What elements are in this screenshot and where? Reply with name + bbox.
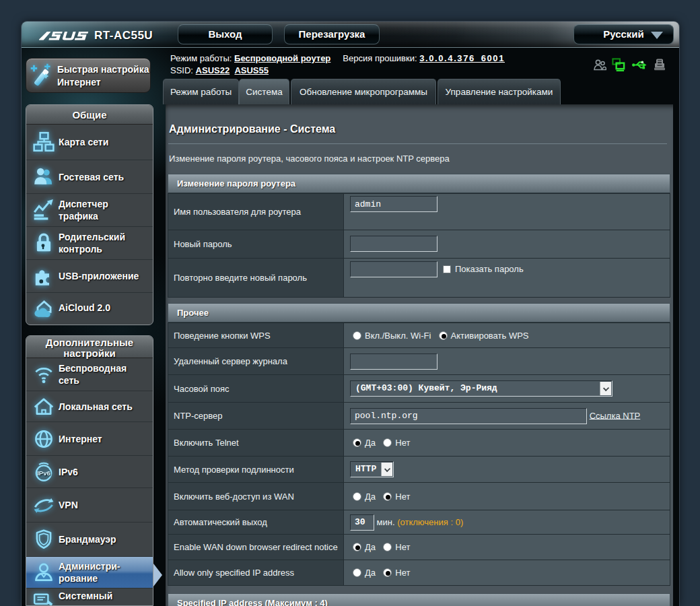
- svg-text:IPv6: IPv6: [37, 469, 50, 477]
